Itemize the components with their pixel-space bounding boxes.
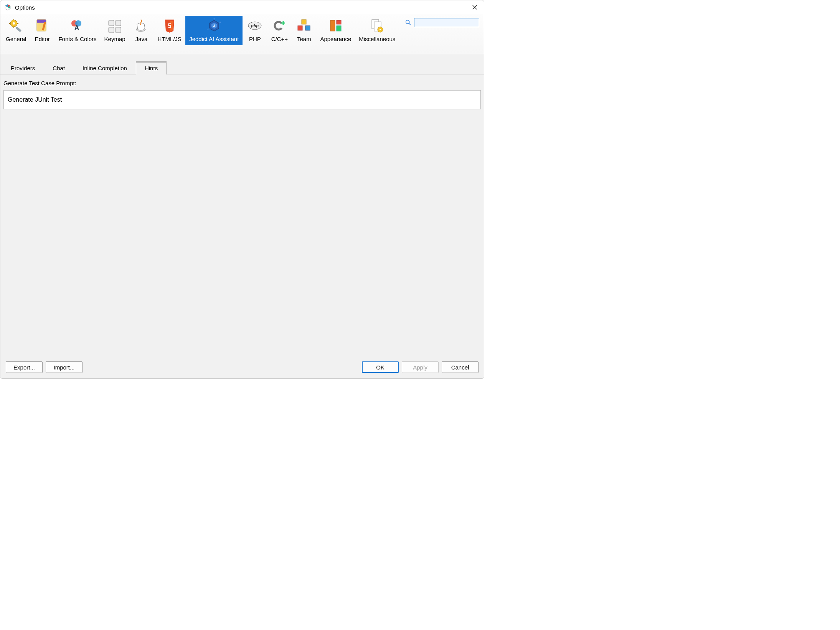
keyboard-keys-icon <box>107 18 122 33</box>
category-jeddict-ai-assistant[interactable]: J Jeddict AI Assistant <box>185 16 243 45</box>
category-label: Appearance <box>319 36 353 42</box>
category-c-cpp[interactable]: C/C++ <box>267 16 292 45</box>
prompt-input[interactable] <box>3 90 481 109</box>
search-icon <box>405 19 412 26</box>
svg-point-47 <box>380 29 381 30</box>
svg-text:J: J <box>213 24 215 28</box>
gear-wrench-icon <box>8 18 24 33</box>
category-label: HTML/JS <box>156 36 183 42</box>
import-button[interactable]: Import... <box>46 361 83 373</box>
tab-providers[interactable]: Providers <box>2 61 44 74</box>
window-title: Options <box>15 4 469 11</box>
java-cup-icon <box>134 18 149 33</box>
php-badge-icon: php <box>247 18 262 33</box>
category-label: C/C++ <box>270 36 289 42</box>
svg-rect-20 <box>116 20 121 26</box>
svg-rect-38 <box>302 20 306 24</box>
svg-point-31 <box>219 22 221 23</box>
category-label: PHP <box>248 36 262 42</box>
svg-rect-39 <box>298 26 302 30</box>
app-icon <box>4 4 11 11</box>
category-label: Java <box>134 36 149 42</box>
svg-rect-12 <box>15 26 21 32</box>
category-php[interactable]: php PHP <box>243 16 267 45</box>
category-general[interactable]: General <box>2 16 30 45</box>
category-label: Team <box>295 36 313 42</box>
svg-rect-42 <box>337 20 341 24</box>
svg-rect-41 <box>330 20 335 31</box>
svg-rect-21 <box>109 27 114 33</box>
category-appearance[interactable]: Appearance <box>316 16 355 45</box>
dialog-footer: Export... Import... OK Apply Cancel <box>0 358 484 378</box>
svg-marker-3 <box>5 5 8 8</box>
documents-gear-icon <box>370 18 385 33</box>
svg-text:php: php <box>251 23 259 28</box>
close-button[interactable] <box>469 2 480 13</box>
panels-icon <box>328 18 343 33</box>
category-keymap[interactable]: Keymap <box>101 16 129 45</box>
titlebar: Options <box>0 0 484 14</box>
toolbar-search <box>405 18 479 27</box>
svg-point-48 <box>406 20 409 24</box>
category-java[interactable]: Java <box>129 16 154 45</box>
svg-rect-40 <box>305 26 310 30</box>
html5-shield-icon: 5 <box>162 18 177 33</box>
category-miscellaneous[interactable]: Miscellaneous <box>355 16 399 45</box>
hints-panel: Generate Test Case Prompt: <box>0 74 484 358</box>
prompt-label: Generate Test Case Prompt: <box>3 80 481 86</box>
options-window: Options General <box>0 0 484 379</box>
category-label: Keymap <box>103 36 127 42</box>
svg-point-29 <box>213 18 215 20</box>
category-html-js[interactable]: 5 HTML/JS <box>154 16 186 45</box>
svg-text:5: 5 <box>168 23 171 29</box>
ok-button[interactable]: OK <box>362 361 399 373</box>
category-label: Miscellaneous <box>357 36 397 42</box>
category-label: General <box>4 36 28 42</box>
content-area: Providers Chat Inline Completion Hints G… <box>0 54 484 358</box>
export-button[interactable]: Export... <box>6 361 43 373</box>
jeddict-hexagon-icon: J <box>206 18 222 33</box>
svg-rect-19 <box>109 20 114 26</box>
svg-text:A: A <box>74 24 79 32</box>
book-pencil-icon <box>35 18 50 33</box>
search-input[interactable] <box>414 18 479 27</box>
svg-rect-43 <box>337 26 341 31</box>
cubes-icon <box>296 18 312 33</box>
c-plus-icon <box>272 18 287 33</box>
category-editor[interactable]: Editor <box>30 16 54 45</box>
category-toolbar: General Editor A Fonts & Colors <box>0 14 484 54</box>
tab-chat[interactable]: Chat <box>44 61 74 74</box>
svg-point-7 <box>13 22 15 25</box>
svg-line-49 <box>409 23 411 25</box>
category-label: Jeddict AI Assistant <box>188 36 240 42</box>
category-team[interactable]: Team <box>292 16 316 45</box>
sub-tabs: Providers Chat Inline Completion Hints <box>0 54 484 74</box>
category-label: Editor <box>33 36 51 42</box>
tab-inline-completion[interactable]: Inline Completion <box>74 61 136 74</box>
category-fonts-colors[interactable]: A Fonts & Colors <box>54 16 100 45</box>
tab-hints[interactable]: Hints <box>136 61 167 74</box>
palette-letter-icon: A <box>70 18 85 33</box>
category-label: Fonts & Colors <box>57 36 98 42</box>
apply-button: Apply <box>402 361 439 373</box>
svg-rect-22 <box>116 27 121 33</box>
cancel-button[interactable]: Cancel <box>442 361 479 373</box>
svg-point-33 <box>207 29 208 30</box>
